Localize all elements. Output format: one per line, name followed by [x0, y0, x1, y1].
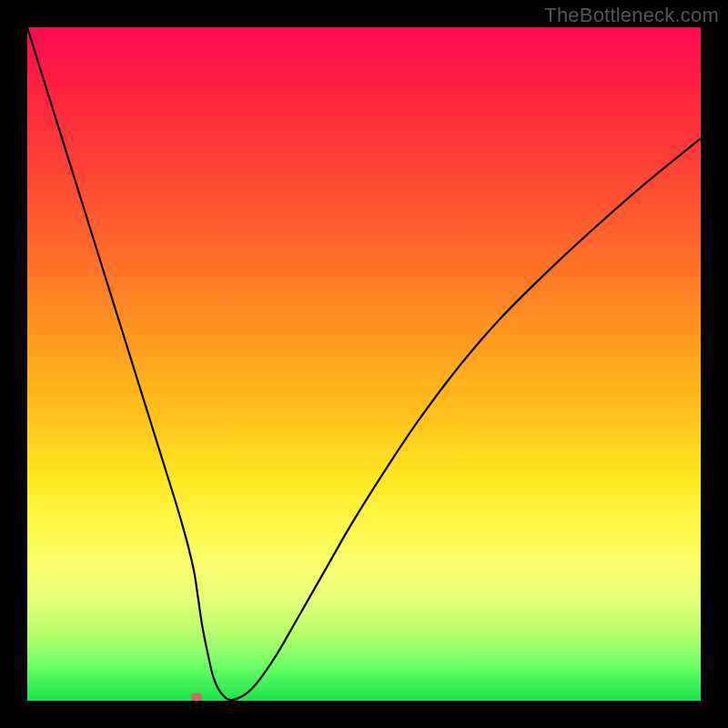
curve-svg	[27, 27, 701, 701]
watermark-text: TheBottleneck.com	[544, 4, 719, 27]
plot-area	[27, 27, 701, 701]
bottleneck-curve	[27, 27, 701, 700]
chart-frame: TheBottleneck.com	[0, 0, 728, 728]
minimum-marker	[191, 693, 202, 702]
